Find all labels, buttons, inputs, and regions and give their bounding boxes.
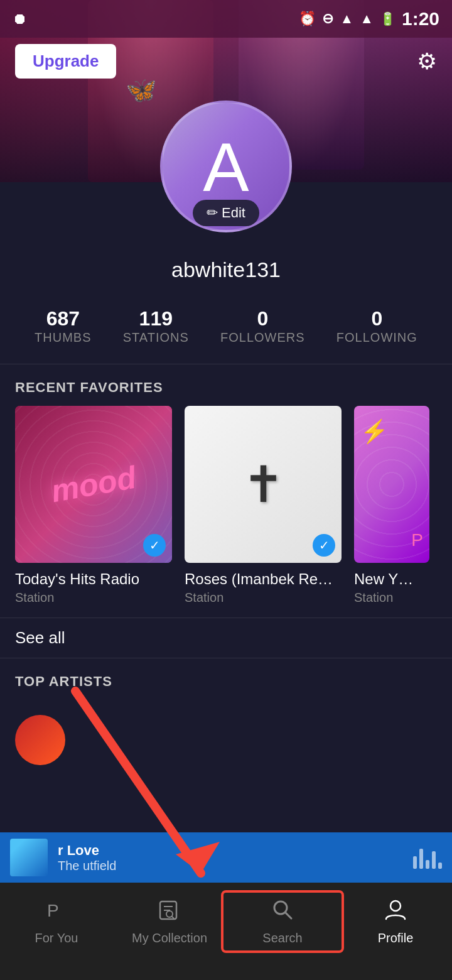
status-right: ⏰ ⊖ ▲ ▲ 🔋 1:20 xyxy=(299,8,439,30)
nav-item-profile[interactable]: Profile xyxy=(339,893,452,950)
main-content: abwhite131 687 THUMBS 119 STATIONS 0 FOL… xyxy=(0,182,452,879)
check-badge: ✓ xyxy=(143,534,166,557)
see-all-row: See all xyxy=(0,618,452,658)
thumbs-count: 687 xyxy=(35,307,91,330)
check-badge: ✓ xyxy=(313,534,335,557)
profile-icon xyxy=(384,898,407,927)
bar-4 xyxy=(432,851,436,869)
list-item[interactable] xyxy=(15,715,437,765)
now-playing-bar[interactable]: r Love The utfield xyxy=(0,832,452,883)
upgrade-button[interactable]: Upgrade xyxy=(15,44,116,79)
list-item[interactable]: ⚡ P New Y… Station xyxy=(354,406,429,605)
alarm-icon: ⏰ xyxy=(299,11,316,27)
bottom-nav: P For You My Collection Search xyxy=(0,883,452,980)
now-playing-artist: The utfield xyxy=(58,859,403,873)
favorite-name: New Y… xyxy=(354,570,429,588)
following-count: 0 xyxy=(336,307,417,330)
status-left: ⏺ xyxy=(13,10,28,28)
artist-avatar xyxy=(15,715,65,765)
following-label: FOLLOWING xyxy=(336,330,417,344)
wifi-icon: ▲ xyxy=(340,11,353,27)
favorites-scroll[interactable]: mood ✓ Today's Hits Radio Station ✝ ✓ Ro… xyxy=(0,406,452,618)
favorite-thumb-3[interactable]: ⚡ P xyxy=(354,406,429,563)
stations-count: 119 xyxy=(123,307,189,330)
stat-followers: 0 FOLLOWERS xyxy=(220,307,305,345)
bar-5 xyxy=(438,863,442,869)
settings-icon: ⚙ xyxy=(417,48,437,74)
nav-item-for-you[interactable]: P For You xyxy=(0,893,113,950)
for-you-label: For You xyxy=(35,931,78,945)
top-artists-section: TOP ARTISTS xyxy=(0,658,452,780)
signal-icon: ▲ xyxy=(360,11,374,27)
now-playing-thumbnail xyxy=(10,839,48,876)
top-artists-header: TOP ARTISTS xyxy=(0,658,452,700)
see-all-button[interactable]: See all xyxy=(15,628,65,648)
status-bar: ⏺ ⏰ ⊖ ▲ ▲ 🔋 1:20 xyxy=(0,0,452,38)
username: abwhite131 xyxy=(171,258,281,281)
svg-point-10 xyxy=(390,901,401,911)
now-playing-info: r Love The utfield xyxy=(58,842,403,873)
recent-favorites-section: RECENT FAVORITES mood ✓ Today's Hits Rad… xyxy=(0,364,452,618)
followers-label: FOLLOWERS xyxy=(220,330,305,344)
avatar-container: A ✏ Edit xyxy=(160,101,292,232)
pandora-icon: ⏺ xyxy=(13,10,28,28)
battery-icon: 🔋 xyxy=(380,11,396,26)
svg-line-7 xyxy=(171,916,174,918)
favorite-thumb-1[interactable]: mood ✓ xyxy=(15,406,172,563)
profile-section: A ✏ Edit xyxy=(0,101,452,232)
stats-row: 687 THUMBS 119 STATIONS 0 FOLLOWERS 0 FO… xyxy=(0,295,452,364)
recent-favorites-header: RECENT FAVORITES xyxy=(0,364,452,406)
dnd-icon: ⊖ xyxy=(322,11,333,27)
edit-profile-button[interactable]: ✏ Edit xyxy=(193,200,259,226)
search-icon xyxy=(271,898,294,927)
profile-label: Profile xyxy=(378,931,414,945)
edit-icon: ✏ xyxy=(207,205,218,221)
favorite-name: Today's Hits Radio xyxy=(15,570,172,588)
favorite-type: Station xyxy=(354,591,429,605)
followers-count: 0 xyxy=(220,307,305,330)
equalizer-bars xyxy=(413,846,442,869)
for-you-icon: P xyxy=(45,898,68,927)
stat-stations: 119 STATIONS xyxy=(123,307,189,345)
now-playing-title: r Love xyxy=(58,842,403,859)
search-label: Search xyxy=(262,931,302,945)
list-item[interactable]: ✝ ✓ Roses (Imanbek Re… Station xyxy=(185,406,342,605)
bar-2 xyxy=(419,849,423,869)
nav-item-search[interactable]: Search xyxy=(226,893,339,950)
bar-1 xyxy=(413,856,417,869)
status-time: 1:20 xyxy=(402,8,439,30)
svg-line-9 xyxy=(286,913,291,918)
bar-3 xyxy=(426,860,429,869)
favorite-name: Roses (Imanbek Re… xyxy=(185,570,342,588)
thumbs-label: THUMBS xyxy=(35,330,91,344)
top-controls: Upgrade ⚙ xyxy=(0,44,452,79)
favorite-type: Station xyxy=(185,591,342,605)
stations-label: STATIONS xyxy=(123,330,189,344)
avatar-letter: A xyxy=(203,127,249,207)
svg-text:P: P xyxy=(47,901,59,920)
artists-list xyxy=(0,700,452,780)
settings-button[interactable]: ⚙ xyxy=(417,48,437,75)
stat-thumbs: 687 THUMBS xyxy=(35,307,91,345)
favorite-type: Station xyxy=(15,591,172,605)
my-collection-label: My Collection xyxy=(132,931,207,945)
nav-item-my-collection[interactable]: My Collection xyxy=(113,893,226,950)
stat-following: 0 FOLLOWING xyxy=(336,307,417,345)
list-item[interactable]: mood ✓ Today's Hits Radio Station xyxy=(15,406,172,605)
collection-icon xyxy=(158,898,181,927)
favorite-thumb-2[interactable]: ✝ ✓ xyxy=(185,406,342,563)
